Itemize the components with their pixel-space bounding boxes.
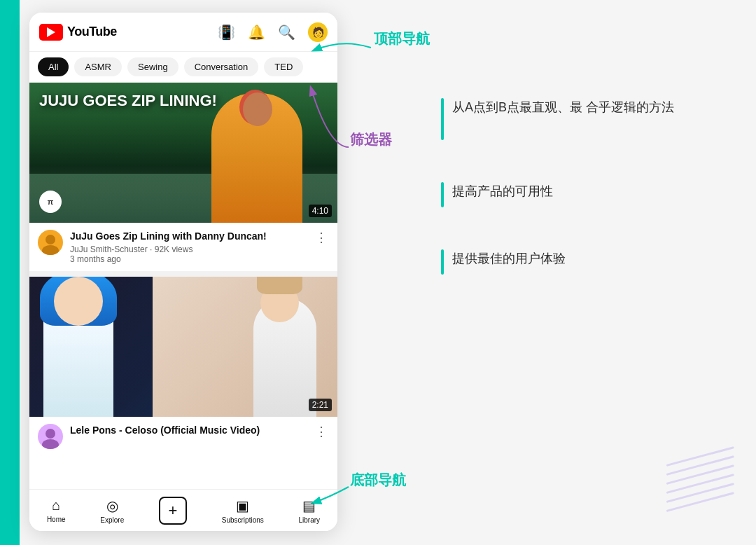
filter-bar: All ASMR Sewing Conversation TED <box>29 52 337 83</box>
chip-all[interactable]: All <box>38 57 69 76</box>
video-duration-1: 4:10 <box>309 205 332 217</box>
nav-library[interactable]: ▤ Library <box>299 497 321 524</box>
right-item-3: 提供最佳的用户体验 <box>441 249 674 275</box>
label-filter: 筛选器 <box>350 130 392 149</box>
video-meta-1: JuJu Goes Zip Lining with Danny Duncan! … <box>70 230 307 264</box>
phone-mockup: YouTube 📳 🔔 🔍 🧑 All ASMR Sewing Conversa… <box>29 13 337 531</box>
right-bar-2 <box>441 182 444 207</box>
chip-asmr[interactable]: ASMR <box>74 57 122 76</box>
cast-icon[interactable]: 📳 <box>218 24 235 41</box>
subscriptions-icon: ▣ <box>236 497 249 514</box>
right-bar-1 <box>441 98 444 140</box>
add-button[interactable]: + <box>159 497 187 525</box>
search-icon[interactable]: 🔍 <box>278 24 295 41</box>
right-text-3: 提供最佳的用户体验 <box>452 249 566 268</box>
channel-avatar-2 <box>38 424 63 449</box>
header-icons: 📳 🔔 🔍 🧑 <box>218 22 328 42</box>
explore-icon: ◎ <box>106 497 118 514</box>
more-options-2[interactable]: ⋮ <box>314 424 329 439</box>
bottom-nav: ⌂ Home ◎ Explore + ▣ Subscriptions ▤ Lib… <box>29 489 337 531</box>
chip-ted[interactable]: TED <box>264 57 303 76</box>
nav-add[interactable]: + <box>159 497 187 525</box>
user-avatar[interactable]: 🧑 <box>308 22 328 42</box>
chip-conversation[interactable]: Conversation <box>184 57 259 76</box>
svg-point-0 <box>46 235 55 244</box>
video-thumb-2[interactable]: 2:21 <box>29 277 337 417</box>
nav-explore[interactable]: ◎ Explore <box>100 497 124 524</box>
video-info-1: JuJu Goes Zip Lining with Danny Duncan! … <box>29 223 337 271</box>
bell-icon[interactable]: 🔔 <box>248 24 265 41</box>
channel-avatar-1 <box>38 230 63 255</box>
label-top-nav: 顶部导航 <box>374 29 430 48</box>
svg-point-2 <box>46 429 55 439</box>
nav-subscriptions-label: Subscriptions <box>222 516 264 524</box>
right-item-1: 从A点到B点最直观、最 合乎逻辑的方法 <box>441 98 674 140</box>
video-info-2: Lele Pons - Celoso (Official Music Video… <box>29 417 337 456</box>
right-item-2: 提高产品的可用性 <box>441 182 674 207</box>
video-thumb-text: JUJU GOES ZIP LINING! <box>39 92 217 109</box>
label-bottom-nav: 底部导航 <box>350 471 406 490</box>
youtube-logo-text: YouTube <box>67 25 117 39</box>
right-text-1: 从A点到B点最直观、最 合乎逻辑的方法 <box>452 98 674 117</box>
video-thumb-1[interactable]: JUJU GOES ZIP LINING! π 4:10 <box>29 83 337 223</box>
deco-lines <box>666 461 736 517</box>
right-content: 从A点到B点最直观、最 合乎逻辑的方法 提高产品的可用性 提供最佳的用户体验 <box>441 98 674 317</box>
video-meta-2: Lele Pons - Celoso (Official Music Video… <box>70 424 307 439</box>
youtube-logo: YouTube <box>39 24 117 41</box>
video-sub-1: JuJu Smith-Schuster · 92K views 3 months… <box>70 244 307 264</box>
svg-point-3 <box>42 439 59 449</box>
left-accent-bar <box>0 0 20 545</box>
home-icon: ⌂ <box>52 497 60 513</box>
right-bar-3 <box>441 249 444 275</box>
chip-sewing[interactable]: Sewing <box>127 57 178 76</box>
feed-divider <box>29 271 337 277</box>
video-title-1: JuJu Goes Zip Lining with Danny Duncan! <box>70 230 307 242</box>
svg-point-1 <box>42 245 59 255</box>
juju-logo: π <box>39 191 62 213</box>
more-options-1[interactable]: ⋮ <box>314 230 329 245</box>
nav-home-label: Home <box>47 516 66 523</box>
youtube-header: YouTube 📳 🔔 🔍 🧑 <box>29 13 337 52</box>
nav-explore-label: Explore <box>100 516 124 524</box>
right-text-2: 提高产品的可用性 <box>452 182 553 201</box>
library-icon: ▤ <box>302 497 316 514</box>
video-feed: JUJU GOES ZIP LINING! π 4:10 JuJu Goes Z… <box>29 83 337 456</box>
nav-home[interactable]: ⌂ Home <box>47 497 66 523</box>
video-title-2: Lele Pons - Celoso (Official Music Video… <box>70 424 307 436</box>
nav-library-label: Library <box>299 516 321 524</box>
video-duration-2: 2:21 <box>309 399 332 411</box>
youtube-logo-icon <box>39 24 63 41</box>
nav-subscriptions[interactable]: ▣ Subscriptions <box>222 497 264 524</box>
